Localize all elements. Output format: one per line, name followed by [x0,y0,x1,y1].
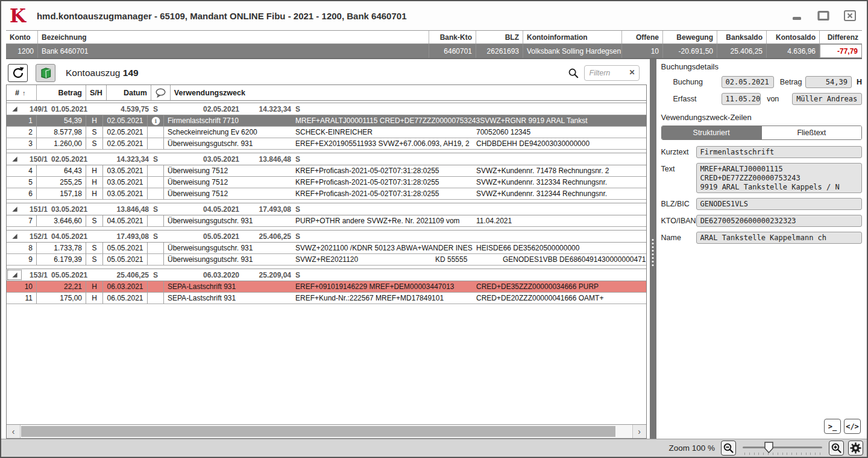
tab-strukturiert[interactable]: Strukturiert [662,126,761,139]
close-icon[interactable] [843,8,857,23]
scrollbar-track[interactable] [20,425,632,438]
row-verwendungszweck: Scheckeinreichung Ev 6200SCHECK-EINREICH… [164,127,646,138]
statement-title-label: Kontoauszug [66,68,121,78]
collapse-caret-icon[interactable] [7,269,22,281]
zweck-part: KREF+Proficash-2021-05-02T07:31:28:0255 [295,189,476,198]
group-end-date: 02.05.2021 [196,105,247,113]
content-area: Kontoauszug 149 ✕ # [1,59,867,439]
group-rows: 7 3.646,60 S 04.05.2021 Überweisungsguts… [7,215,646,227]
transaction-row[interactable]: 5 255,25 H 03.05.2021 Überweisung 7512KR… [7,177,646,188]
zoom-slider-track[interactable] [743,447,822,448]
row-sh: H [86,293,103,304]
group-header-row[interactable]: 150/1 02.05.2021 14.323,34 S 03.05.2021 … [7,153,646,165]
group-end-sh: S [291,271,304,279]
col-datum[interactable]: Datum [107,85,151,100]
scroll-right-icon[interactable]: › [632,425,646,438]
group-header-row[interactable]: 149/1 01.05.2021 4.539,75 S 02.05.2021 1… [7,103,646,115]
kto-label: KTO/IBAN [661,215,696,225]
von-field[interactable]: Müller Andreas [792,93,862,105]
zweck-part: SVWZ+Kundennr. 312344 Rechnungsnr. [476,189,607,198]
col-comment[interactable] [151,85,171,100]
transaction-row[interactable]: 2 8.577,98 S 02.05.2021 Scheckeinreichun… [7,127,646,138]
transaction-row[interactable]: 8 1.733,78 S 05.05.2021 Überweisungsguts… [7,243,646,254]
col-sh[interactable]: S/H [86,85,107,100]
horizontal-scrollbar[interactable]: ‹ › [7,424,646,438]
group-header-row[interactable]: 151/1 03.05.2021 13.846,48 S 04.05.2021 … [7,203,646,215]
scroll-left-icon[interactable]: ‹ [7,425,20,438]
terminal-button[interactable]: >_ [824,419,841,434]
row-comment-cell [148,177,164,188]
group-start-sh: S [149,232,162,241]
account-bewegung: -20.691,50 [663,44,717,58]
betrag-field[interactable]: 54,39 [805,76,852,88]
statement-number: 149 [123,68,139,78]
group-header-row[interactable]: 152/1 04.05.2021 17.493,08 S 05.05.2021 … [7,230,646,243]
zweck-part: Firmenlastschrift 7710 [168,116,295,125]
group-end-sh: S [291,205,304,214]
row-verwendungszweck: Überweisungsgutschr. 931SVWZ+RE2021120KD… [164,254,646,265]
transaction-row[interactable]: 7 3.646,60 S 04.05.2021 Überweisungsguts… [7,215,646,227]
transaction-row[interactable]: 3 1.260,00 S 02.05.2021 Überweisungsguts… [7,138,646,150]
row-verwendungszweck: Überweisung 7512KREF+Proficash-2021-05-0… [164,177,646,188]
row-datum: 02.05.2021 [103,127,148,138]
group-rows: 10 22,21 H 06.03.2021 SEPA-Lastschrift 9… [7,281,646,304]
col-betrag[interactable]: Betrag [37,85,86,100]
zweck-part: 70052060 12345 [476,128,530,136]
row-betrag: 157,18 [37,188,86,199]
summary-header-row: Konto Bezeichnung Bank-Kto BLZ Kontoinfo… [6,31,862,44]
statement-book-button[interactable] [36,64,55,82]
scrollbar-thumb[interactable] [21,426,615,437]
zweck-part: KREF+Proficash-2021-05-02T07:31:28:0255 [295,167,476,175]
refresh-button[interactable] [8,64,28,82]
tab-fliesstext[interactable]: Fließtext [761,126,861,139]
account-differenz: -77,79 [820,44,862,58]
zweck-part: SVWZ+RGNR 9919 ARAL Tankst [480,116,587,125]
group-header-row[interactable]: 153/1 05.05.2021 25.406,25 S 06.03.2020 … [7,269,646,281]
row-sh: S [86,138,103,149]
account-kontosaldo: 4.636,96 [767,44,820,58]
zoom-slider-thumb[interactable] [764,442,773,456]
collapse-caret-icon[interactable] [7,103,22,115]
row-comment-cell [148,127,164,138]
collapse-caret-icon[interactable] [7,203,22,215]
code-button[interactable]: </> [844,419,861,434]
clear-filter-icon[interactable]: ✕ [629,69,635,76]
zoom-out-button[interactable] [721,441,736,456]
group-start-saldo: 25.406,25 [98,271,149,279]
buchung-date-field[interactable]: 02.05.2021 [722,76,774,88]
transaction-row[interactable]: 10 22,21 H 06.03.2021 SEPA-Lastschrift 9… [7,281,646,293]
maximize-icon[interactable] [816,8,831,23]
kto-field[interactable]: DE62700520600000232323 [696,215,862,227]
transaction-row[interactable]: 9 6.179,39 S 05.05.2021 Überweisungsguts… [7,254,646,266]
name-label: Name [661,232,696,242]
zoom-slider[interactable] [740,441,825,456]
transaction-row[interactable]: 1 54,39 H 02.05.2021 i Firmenlastschrift… [7,115,646,127]
transaction-row[interactable]: 11 175,00 H 06.05.2021 SEPA-Lastschrift … [7,293,646,304]
refresh-icon [11,66,25,80]
text-field[interactable]: MREF+ARALTJ00001115 CRED+DE77ZZZ00000753… [696,163,862,193]
name-field[interactable]: ARAL Tankstelle Kappelmann ch [696,232,862,244]
col-bank-kto: Bank-Kto [429,31,476,43]
account-row[interactable]: 1200 Bank 6460701 6460701 26261693 Volks… [6,44,862,58]
collapse-caret-icon[interactable] [7,231,22,242]
kurztext-field[interactable]: Firmenlastschrift [696,146,862,158]
col-differenz: Differenz [820,31,862,43]
collapse-caret-icon[interactable] [7,153,22,165]
group-rows: 4 64,43 H 03.05.2021 Überweisung 7512KRE… [7,165,646,200]
row-datum: 05.05.2021 [103,243,148,253]
zweck-part: SVWZ+RE2021120 [295,255,435,264]
zweck-part: SVWZ+2021100 /KDNR 50123 ABWA+WANDER INE… [295,244,476,252]
col-row-number[interactable]: # ↑ [7,85,37,100]
row-number: 6 [7,188,37,199]
erfasst-date-field[interactable]: 11.05.2021 [722,93,761,105]
minimize-icon[interactable] [790,8,804,23]
blz-field[interactable]: GENODES1VLS [696,198,862,210]
row-verwendungszweck: Firmenlastschrift 7710MREF+ARALTJ0000111… [164,115,646,126]
zoom-in-button[interactable] [829,441,844,456]
transaction-row[interactable]: 6 157,18 H 03.05.2021 Überweisung 7512KR… [7,188,646,200]
settings-button[interactable] [848,441,863,456]
col-verwendungszweck[interactable]: Verwendungszweck [171,85,646,100]
panel-splitter[interactable] [650,59,656,439]
group-end-saldo: 17.493,08 [247,205,291,214]
transaction-row[interactable]: 4 64,43 H 03.05.2021 Überweisung 7512KRE… [7,165,646,177]
